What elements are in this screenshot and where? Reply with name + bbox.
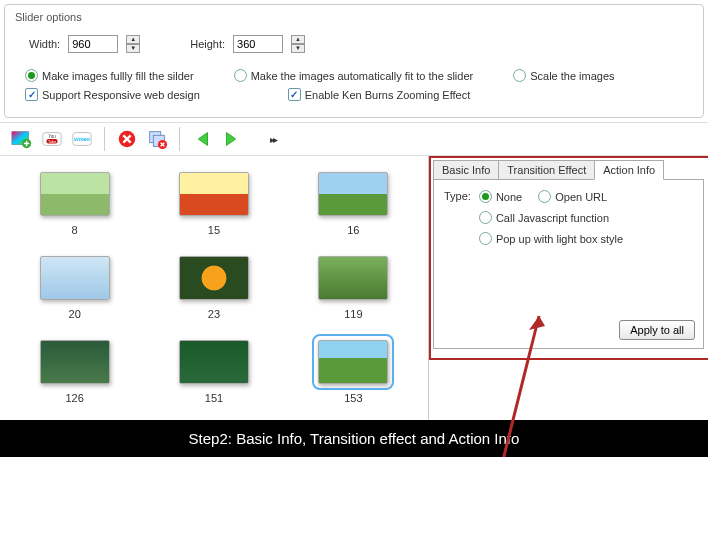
thumbnail-label: 119 [344, 308, 362, 320]
tab-transition-effect[interactable]: Transition Effect [498, 160, 595, 180]
expand-button[interactable]: ▸▸ [270, 134, 276, 145]
height-input[interactable] [233, 35, 283, 53]
thumbnail-image [179, 256, 249, 300]
youtube-button[interactable]: YouTube [40, 127, 64, 151]
radio-full-fill[interactable]: Make images fullly fill the silder [25, 69, 194, 82]
check-kenburns[interactable]: Enable Ken Burns Zooming Effect [288, 88, 471, 101]
thumbnail-grid: 815162023119126151153 [0, 156, 428, 420]
check-responsive[interactable]: Support Responsive web design [25, 88, 200, 101]
add-image-button[interactable] [10, 127, 34, 151]
thumbnail-item[interactable]: 15 [149, 172, 278, 236]
side-panel: Basic Info Transition Effect Action Info… [428, 156, 708, 420]
separator [104, 127, 105, 151]
radio-icon [234, 69, 247, 82]
radio-icon [479, 190, 492, 203]
separator [179, 127, 180, 151]
tab-body: Type: None Open URL Call Javascript func… [433, 179, 704, 349]
thumbnail-image [318, 340, 388, 384]
panel-title: Slider options [15, 11, 693, 23]
width-label: Width: [29, 38, 60, 50]
type-label: Type: [444, 190, 471, 202]
thumbnail-image [318, 256, 388, 300]
width-spinner[interactable]: ▲▼ [126, 35, 140, 53]
radio-type-popup[interactable]: Pop up with light box style [479, 232, 623, 245]
thumbnail-image [179, 340, 249, 384]
slider-options-panel: Slider options Width: ▲▼ Height: ▲▼ Make… [4, 4, 704, 118]
thumbnail-image [318, 172, 388, 216]
radio-type-open-url[interactable]: Open URL [538, 190, 607, 203]
thumbnail-image [40, 340, 110, 384]
radio-auto-fit[interactable]: Make the images automatically fit to the… [234, 69, 474, 82]
thumbnail-item[interactable]: 126 [10, 340, 139, 404]
tab-action-info[interactable]: Action Info [594, 160, 664, 180]
thumbnail-item[interactable]: 8 [10, 172, 139, 236]
thumbnail-image [40, 172, 110, 216]
radio-icon [538, 190, 551, 203]
thumbnail-item[interactable]: 20 [10, 256, 139, 320]
thumbnail-item[interactable]: 153 [289, 340, 418, 404]
thumbnail-label: 23 [208, 308, 220, 320]
radio-type-call-js[interactable]: Call Javascript function [479, 211, 623, 224]
svg-text:Tube: Tube [48, 140, 56, 144]
thumbnail-item[interactable]: 151 [149, 340, 278, 404]
thumbnail-label: 153 [344, 392, 362, 404]
svg-text:You: You [48, 134, 56, 139]
thumbnail-label: 20 [69, 308, 81, 320]
apply-to-all-button[interactable]: Apply to all [619, 320, 695, 340]
thumbnail-image [179, 172, 249, 216]
radio-icon [513, 69, 526, 82]
remove-all-button[interactable] [145, 127, 169, 151]
thumbnail-item[interactable]: 119 [289, 256, 418, 320]
checkbox-icon [288, 88, 301, 101]
thumbnail-label: 15 [208, 224, 220, 236]
radio-icon [479, 211, 492, 224]
radio-scale[interactable]: Scale the images [513, 69, 614, 82]
radio-icon [479, 232, 492, 245]
delete-button[interactable] [115, 127, 139, 151]
height-spinner[interactable]: ▲▼ [291, 35, 305, 53]
next-button[interactable] [220, 127, 244, 151]
thumbnail-label: 151 [205, 392, 223, 404]
thumbnail-label: 8 [72, 224, 78, 236]
prev-button[interactable] [190, 127, 214, 151]
radio-type-none[interactable]: None [479, 190, 522, 203]
vimeo-button[interactable]: vimeo [70, 127, 94, 151]
height-label: Height: [190, 38, 225, 50]
toolbar: YouTube vimeo ▸▸ [0, 122, 708, 156]
thumbnail-item[interactable]: 16 [289, 172, 418, 236]
svg-text:vimeo: vimeo [74, 136, 91, 142]
thumbnail-label: 16 [347, 224, 359, 236]
thumbnail-label: 126 [65, 392, 83, 404]
thumbnail-item[interactable]: 23 [149, 256, 278, 320]
tab-basic-info[interactable]: Basic Info [433, 160, 499, 180]
thumbnail-image [40, 256, 110, 300]
checkbox-icon [25, 88, 38, 101]
caption-bar: Step2: Basic Info, Transition effect and… [0, 420, 708, 457]
radio-icon [25, 69, 38, 82]
width-input[interactable] [68, 35, 118, 53]
